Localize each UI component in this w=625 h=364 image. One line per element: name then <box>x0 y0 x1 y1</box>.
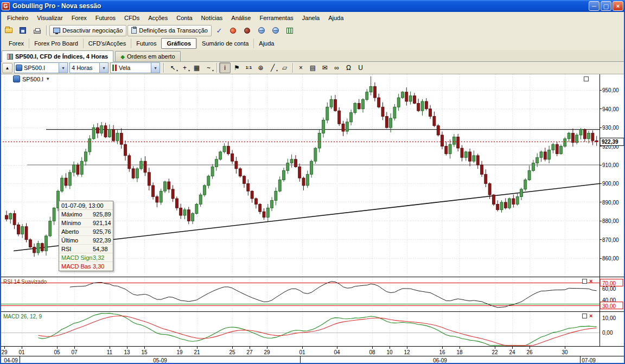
line-tool[interactable]: ╱▾ <box>267 62 278 73</box>
alert-tool-icon: Ω <box>346 65 351 71</box>
menu-ferramentas[interactable]: Ferramentas <box>255 13 297 23</box>
menu-noticias[interactable]: Notícias <box>197 13 227 23</box>
tab-forex[interactable]: Forex <box>4 39 29 48</box>
minimize-button[interactable]: ─ <box>589 1 600 11</box>
close-pane-icon[interactable]: × <box>589 279 592 284</box>
disable-trading-label: Desactivar negociação <box>62 27 123 34</box>
chart-area[interactable]: 70,0060,0040,0030,0010,000,00950,00940,0… <box>0 74 625 364</box>
alert-tool[interactable]: Ω <box>343 62 354 73</box>
doc-tab-orders[interactable]: ◆ Ordens em aberto <box>115 51 180 61</box>
chevron-down-icon[interactable]: ▾ <box>151 63 160 73</box>
symbol-combo[interactable]: SP500.I ▾ <box>14 62 68 73</box>
menu-ajuda[interactable]: Ajuda <box>324 13 348 23</box>
eraser-tool[interactable]: ▱ <box>279 62 290 73</box>
confirm-button[interactable]: ✓ <box>213 24 226 36</box>
svg-text:06-09: 06-09 <box>433 357 447 363</box>
web-button-2[interactable] <box>269 24 282 36</box>
menu-visualizar[interactable]: Visualizar <box>33 13 67 23</box>
crosshair-tool[interactable]: +▾ <box>179 62 190 73</box>
menu-janela[interactable]: Janela <box>298 13 324 23</box>
doc-tab-chart-label: SP500.I, CFD de Índices, 4 Horas <box>15 53 108 60</box>
globe-icon <box>272 27 279 34</box>
maximize-pane-icon[interactable] <box>582 314 587 318</box>
chart-icon <box>286 28 293 34</box>
instrument-icon <box>16 65 22 71</box>
cursor-tool[interactable]: ↖▾ <box>167 62 178 73</box>
tab-futuros[interactable]: Futuros <box>131 39 161 48</box>
chevron-down-icon: ▾ <box>176 69 178 72</box>
save-icon <box>20 27 26 34</box>
svg-text:07: 07 <box>71 349 78 355</box>
svg-text:19: 19 <box>176 349 183 355</box>
orders-icon: ◆ <box>120 54 125 60</box>
svg-text:10,00: 10,00 <box>602 315 616 321</box>
tooltip-row: Mínimo921,14 <box>59 219 113 227</box>
collapse-button[interactable]: ▲ <box>2 63 12 73</box>
save-button[interactable] <box>16 24 29 36</box>
charttype-combo[interactable]: Vela ▾ <box>110 62 160 73</box>
svg-text:07-09: 07-09 <box>582 357 596 363</box>
menu-analise[interactable]: Análise <box>227 13 255 23</box>
titlebar[interactable]: G Gobulling Pro - Nova sessão ─ ▢ × <box>0 0 625 12</box>
mail-tool-icon: ✉ <box>322 65 327 71</box>
disable-trading-button[interactable]: Desactivar negociação <box>49 25 126 36</box>
link-tool[interactable]: ∞ <box>331 62 342 73</box>
open-button[interactable] <box>2 24 15 36</box>
window-title: Gobulling Pro - Nova sessão <box>12 2 588 10</box>
menu-forex[interactable]: Forex <box>67 13 91 23</box>
ratio-tool[interactable]: 1:1 <box>243 62 254 73</box>
tab-ajuda[interactable]: Ajuda <box>253 39 279 48</box>
export-tool[interactable]: ▤ <box>307 62 318 73</box>
maximize-button[interactable]: ▢ <box>601 1 611 11</box>
maximize-pane-icon[interactable] <box>584 76 589 81</box>
close-pane-icon[interactable]: × <box>589 314 592 318</box>
record-button[interactable] <box>241 24 254 36</box>
web-button[interactable] <box>255 24 268 36</box>
chart-legend[interactable]: SP500.I ▼ <box>13 75 50 82</box>
instrument-icon <box>13 75 20 82</box>
candle-icon <box>112 65 117 71</box>
info-tool[interactable]: i <box>219 62 231 73</box>
toolbar-separator <box>292 63 293 73</box>
macd-pane-label: MACD 26, 12, 9 <box>3 314 42 320</box>
transaction-settings-button[interactable]: Definições da Transacção <box>127 25 212 36</box>
check-icon: ✓ <box>216 27 222 35</box>
svg-text:24: 24 <box>509 349 515 355</box>
svg-text:910,00: 910,00 <box>602 162 619 168</box>
wave-tool-icon: ~ <box>207 65 211 71</box>
svg-text:29: 29 <box>1 349 8 355</box>
magnet-tool[interactable]: U <box>355 62 366 73</box>
delete-tool[interactable]: × <box>295 62 307 73</box>
flag-tool[interactable]: ⚑ <box>231 62 243 73</box>
chevron-down-icon: ▾ <box>188 69 190 72</box>
print-button[interactable] <box>30 24 43 36</box>
tooltip-row: MACD Sign3,32 <box>59 253 113 262</box>
zoom-tool[interactable]: ⊕ <box>255 62 266 73</box>
menu-accoes[interactable]: Acções <box>144 13 172 23</box>
menu-futuros[interactable]: Futuros <box>91 13 120 23</box>
svg-text:922,39: 922,39 <box>602 139 618 145</box>
chevron-down-icon[interactable]: ▾ <box>99 63 108 73</box>
grid-tool[interactable]: ▦ <box>191 62 202 73</box>
menu-cfds[interactable]: CFDs <box>120 13 144 23</box>
chevron-down-icon[interactable]: ▾ <box>59 63 67 73</box>
menu-conta[interactable]: Conta <box>172 13 196 23</box>
tab-graficos[interactable]: Gráficos <box>161 38 196 49</box>
timeframe-combo[interactable]: 4 Horas ▾ <box>69 62 109 73</box>
tab-forex-pro-board[interactable]: Forex Pro Board <box>29 39 83 48</box>
maroon-circle-icon <box>244 28 250 34</box>
stop-button[interactable] <box>227 24 240 36</box>
doc-tab-chart[interactable]: SP500.I, CFD de Índices, 4 Horas <box>2 50 113 62</box>
close-button[interactable]: × <box>613 1 623 11</box>
tab-cfd-s-accoes[interactable]: CFD's/Acções <box>83 39 131 48</box>
svg-text:0,00: 0,00 <box>602 330 613 336</box>
maximize-pane-icon[interactable] <box>582 279 587 284</box>
document-tabbar: SP500.I, CFD de Índices, 4 Horas ◆ Orden… <box>0 50 625 62</box>
wave-tool[interactable]: ~▾ <box>203 62 214 73</box>
svg-text:13: 13 <box>124 349 130 355</box>
mail-tool[interactable]: ✉ <box>319 62 330 73</box>
chevron-down-icon: ▾ <box>212 69 214 72</box>
market-overview-button[interactable] <box>283 24 296 36</box>
menu-ficheiro[interactable]: Ficheiro <box>3 13 33 23</box>
tab-sumario-de-conta[interactable]: Sumário de conta <box>196 39 253 48</box>
